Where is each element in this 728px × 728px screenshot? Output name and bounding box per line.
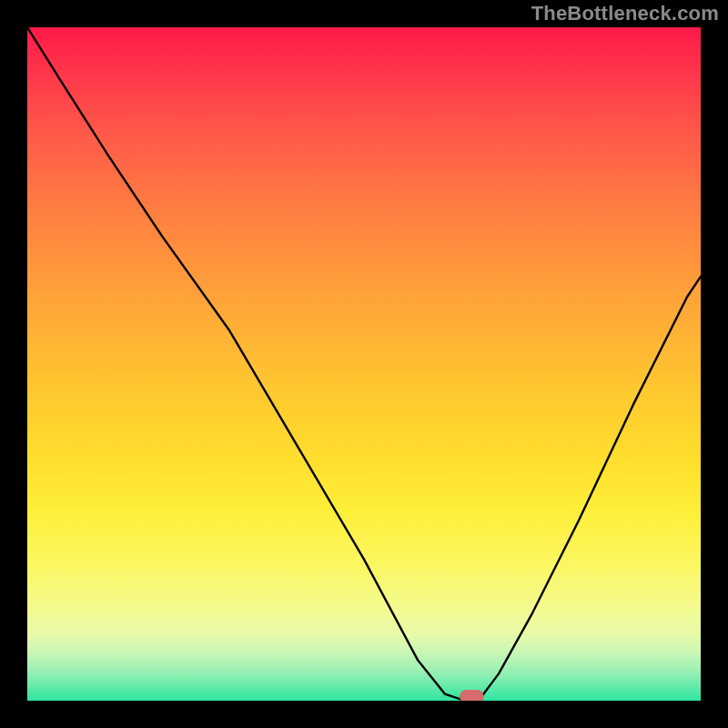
watermark-text: TheBottleneck.com — [531, 2, 719, 25]
plot-area — [27, 27, 701, 701]
bottleneck-curve — [27, 27, 701, 701]
curve-layer — [27, 27, 701, 701]
chart-frame: TheBottleneck.com — [0, 0, 728, 728]
optimal-point-marker — [460, 690, 483, 701]
